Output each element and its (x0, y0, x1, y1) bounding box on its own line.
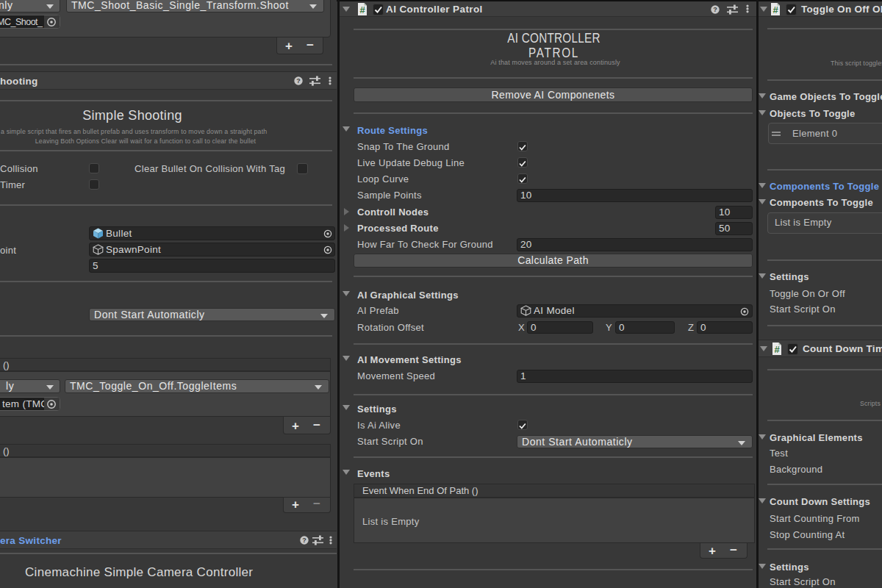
svg-text:?: ? (713, 6, 717, 13)
svg-text:#: # (772, 4, 778, 15)
svg-text:?: ? (296, 77, 301, 85)
svg-text:#: # (359, 4, 365, 15)
svg-text:#: # (774, 344, 780, 355)
svg-text:?: ? (302, 537, 306, 544)
